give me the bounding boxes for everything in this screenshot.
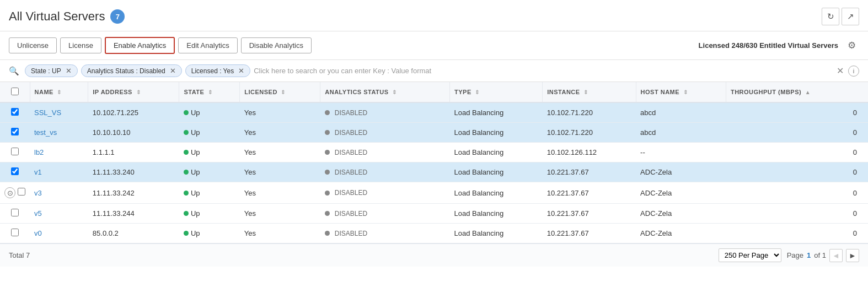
select-all-checkbox[interactable] xyxy=(11,88,19,95)
row-checkbox[interactable] xyxy=(11,209,19,216)
page-of: of 1 xyxy=(814,251,826,259)
row-checkbox[interactable] xyxy=(11,229,19,236)
type-cell: Load Balancing xyxy=(450,162,543,182)
table-row: ⊙v311.11.33.242UpYesDISABLEDLoad Balanci… xyxy=(0,182,868,204)
instance-cell: 10.102.71.220 xyxy=(543,102,636,123)
licensed-cell: Yes xyxy=(240,162,320,182)
col-throughput[interactable]: THROUGHPUT (MBPS) ▲ xyxy=(726,82,868,102)
table-row: lb21.1.1.1UpYesDISABLEDLoad Balancing10.… xyxy=(0,143,868,162)
analytics-disabled-dot xyxy=(325,211,330,216)
licensed-cell: Yes xyxy=(240,143,320,162)
analytics-status-cell: DISABLED xyxy=(320,204,450,224)
hostname-cell: ADC-Zela xyxy=(636,224,726,243)
state-cell: Up xyxy=(179,204,240,224)
col-name[interactable]: NAME ⇕ xyxy=(30,82,88,102)
search-input[interactable]: Click here to search or you can enter Ke… xyxy=(254,67,833,75)
remove-licensed-filter[interactable]: ✕ xyxy=(238,67,244,75)
row-checkbox[interactable] xyxy=(18,188,25,196)
prev-page-button[interactable]: ◄ xyxy=(829,249,843,262)
state-cell: Up xyxy=(179,123,240,143)
type-cell: Load Balancing xyxy=(450,182,543,204)
hostname-cell: ADC-Zela xyxy=(636,204,726,224)
throughput-cell: 0 xyxy=(726,182,868,204)
analytics-disabled-dot xyxy=(325,231,330,236)
license-button[interactable]: License xyxy=(60,37,101,53)
analytics-disabled-dot xyxy=(325,191,330,196)
filter-tag-analytics: Analytics Status : Disabled ✕ xyxy=(81,64,182,77)
licensed-cell: Yes xyxy=(240,224,320,243)
table-row: test_vs10.10.10.10UpYesDISABLEDLoad Bala… xyxy=(0,123,868,143)
ip-address: 10.10.10.10 xyxy=(88,123,179,143)
page-current: 1 xyxy=(807,251,811,259)
unlicense-button[interactable]: Unlicense xyxy=(9,37,57,53)
col-type[interactable]: TYPE ⇕ xyxy=(450,82,543,102)
col-hostname[interactable]: HOST NAME ⇕ xyxy=(636,82,726,102)
throughput-cell: 0 xyxy=(726,204,868,224)
type-cell: Load Balancing xyxy=(450,123,543,143)
hostname-cell: abcd xyxy=(636,102,726,123)
throughput-cell: 0 xyxy=(726,123,868,143)
row-checkbox[interactable] xyxy=(11,128,19,135)
analytics-status-cell: DISABLED xyxy=(320,162,450,182)
settings-button[interactable]: ⚙ xyxy=(844,38,859,53)
vs-name-link[interactable]: v1 xyxy=(34,168,42,176)
row-checkbox[interactable] xyxy=(11,108,19,116)
vs-name-link[interactable]: test_vs xyxy=(34,128,57,137)
hostname-cell: -- xyxy=(636,143,726,162)
refresh-button[interactable]: ↻ xyxy=(822,8,839,25)
type-cell: Load Balancing xyxy=(450,143,543,162)
col-instance[interactable]: INSTANCE ⇕ xyxy=(543,82,636,102)
vs-name-link[interactable]: v0 xyxy=(34,229,42,237)
vs-name-link[interactable]: v3 xyxy=(34,189,42,197)
ip-address: 11.11.33.244 xyxy=(88,204,179,224)
col-licensed[interactable]: LICENSED ⇕ xyxy=(240,82,320,102)
count-badge: 7 xyxy=(110,9,125,24)
filter-tag-licensed: Licensed : Yes ✕ xyxy=(185,64,250,77)
per-page-select[interactable]: 250 Per Page 100 Per Page 50 Per Page xyxy=(719,248,781,262)
instance-cell: 10.221.37.67 xyxy=(543,224,636,243)
type-cell: Load Balancing xyxy=(450,204,543,224)
vs-name-link[interactable]: v5 xyxy=(34,209,42,218)
row-checkbox[interactable] xyxy=(11,148,19,155)
analytics-disabled-dot xyxy=(325,150,330,155)
table-row: v511.11.33.244UpYesDISABLEDLoad Balancin… xyxy=(0,204,868,224)
vs-name-link[interactable]: SSL_VS xyxy=(34,108,61,117)
next-page-button[interactable]: ► xyxy=(846,249,859,262)
col-state[interactable]: STATE ⇕ xyxy=(179,82,240,102)
table-header: NAME ⇕ IP ADDRESS ⇕ STATE ⇕ LICENSED ⇕ A… xyxy=(0,82,868,102)
row-checkbox[interactable] xyxy=(11,167,19,175)
remove-state-filter[interactable]: ✕ xyxy=(66,67,72,75)
page-label: Page xyxy=(787,251,803,259)
state-up-dot xyxy=(184,110,189,115)
external-link-button[interactable]: ↗ xyxy=(842,8,859,25)
filter-tag-state: State : UP ✕ xyxy=(25,64,78,77)
analytics-status-cell: DISABLED xyxy=(320,182,450,204)
remove-analytics-filter[interactable]: ✕ xyxy=(170,67,176,75)
col-analytics[interactable]: ANALYTICS STATUS ⇕ xyxy=(320,82,450,102)
expand-row-icon[interactable]: ⊙ xyxy=(4,187,15,198)
licensed-cell: Yes xyxy=(240,123,320,143)
analytics-status-cell: DISABLED xyxy=(320,123,450,143)
enable-analytics-button[interactable]: Enable Analytics xyxy=(105,37,175,54)
state-cell: Up xyxy=(179,162,240,182)
licensed-cell: Yes xyxy=(240,204,320,224)
clear-search-button[interactable]: ✕ xyxy=(837,66,844,76)
edit-analytics-button[interactable]: Edit Analytics xyxy=(178,37,237,53)
vs-name-link[interactable]: lb2 xyxy=(34,148,44,156)
instance-cell: 10.221.37.67 xyxy=(543,204,636,224)
hostname-cell: ADC-Zela xyxy=(636,162,726,182)
throughput-cell: 0 xyxy=(726,143,868,162)
ip-address: 1.1.1.1 xyxy=(88,143,179,162)
info-button[interactable]: i xyxy=(848,66,859,77)
analytics-status-cell: DISABLED xyxy=(320,224,450,243)
col-ip[interactable]: IP ADDRESS ⇕ xyxy=(88,82,179,102)
ip-address: 11.11.33.240 xyxy=(88,162,179,182)
disable-analytics-button[interactable]: Disable Analytics xyxy=(241,37,312,53)
state-cell: Up xyxy=(179,224,240,243)
instance-cell: 10.221.37.67 xyxy=(543,162,636,182)
state-up-dot xyxy=(184,231,189,236)
analytics-disabled-dot xyxy=(325,130,330,135)
throughput-cell: 0 xyxy=(726,224,868,243)
hostname-cell: ADC-Zela xyxy=(636,182,726,204)
instance-cell: 10.221.37.67 xyxy=(543,182,636,204)
